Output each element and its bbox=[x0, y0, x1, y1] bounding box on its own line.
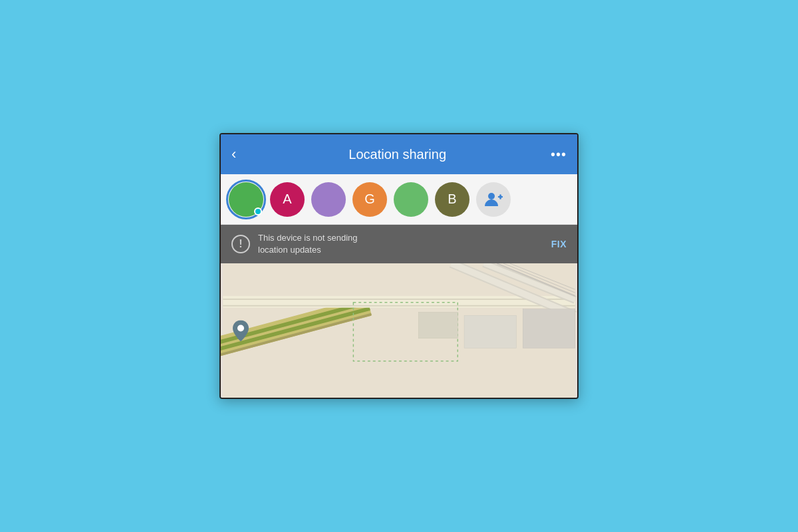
avatar-a[interactable]: A bbox=[270, 182, 305, 217]
avatar-label-b: B bbox=[448, 192, 456, 207]
app-bar: ‹ Location sharing ••• bbox=[221, 134, 577, 174]
svg-rect-9 bbox=[223, 299, 575, 300]
avatar-label-a: A bbox=[283, 192, 291, 207]
svg-point-22 bbox=[237, 325, 244, 332]
warning-bar: ! This device is not sending location up… bbox=[221, 225, 577, 263]
avatar-b[interactable]: B bbox=[435, 182, 469, 217]
add-person-icon bbox=[484, 192, 503, 207]
map-location-pin bbox=[233, 321, 249, 346]
phone-frame: ‹ Location sharing ••• A G B bbox=[219, 133, 579, 399]
add-person-button[interactable] bbox=[476, 182, 511, 217]
avatar-purple[interactable] bbox=[311, 182, 346, 217]
svg-rect-16 bbox=[418, 313, 458, 338]
map-svg bbox=[221, 263, 577, 398]
svg-rect-10 bbox=[223, 305, 575, 307]
svg-rect-17 bbox=[464, 315, 516, 348]
svg-rect-18 bbox=[523, 309, 575, 348]
warning-message: This device is not sending location upda… bbox=[258, 232, 543, 256]
map-area[interactable] bbox=[221, 263, 577, 398]
svg-point-0 bbox=[488, 193, 495, 200]
back-button[interactable]: ‹ bbox=[231, 146, 236, 163]
contacts-row: A G B bbox=[221, 174, 577, 225]
warning-icon: ! bbox=[231, 235, 250, 253]
app-bar-title: Location sharing bbox=[244, 147, 551, 162]
avatar-green2[interactable] bbox=[394, 182, 428, 217]
fix-button[interactable]: FIX bbox=[551, 239, 567, 249]
avatar-label-g: G bbox=[364, 192, 375, 207]
online-dot bbox=[254, 207, 262, 215]
avatar-g[interactable]: G bbox=[352, 182, 387, 217]
avatar-self[interactable] bbox=[229, 182, 263, 217]
more-options-button[interactable]: ••• bbox=[551, 147, 567, 162]
